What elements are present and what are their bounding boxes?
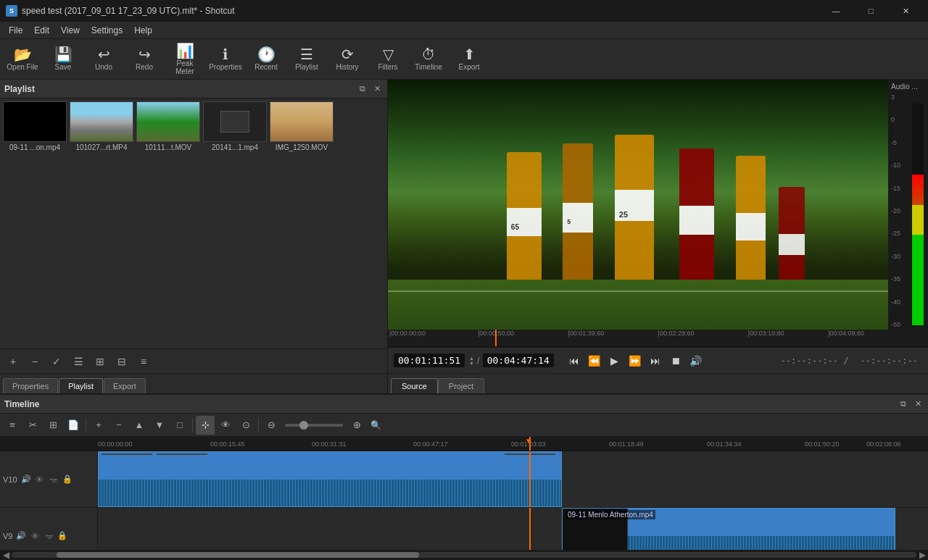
window-title: speed test (2017_09_01 17_23_09 UTC).mlt… bbox=[22, 6, 235, 16]
timeline-clip-v9[interactable]: 09-11 Menlo Atherton.mp4 bbox=[562, 508, 895, 550]
close-button[interactable]: ✕ bbox=[889, 0, 922, 22]
menubar: File Edit View Settings Help bbox=[0, 22, 928, 39]
playlist-remove-button[interactable]: − bbox=[25, 352, 45, 371]
export-label: Export bbox=[459, 63, 480, 71]
track-v10-eye-button[interactable]: 👁 bbox=[34, 474, 46, 485]
fast-forward-button[interactable]: ⏩ bbox=[626, 352, 644, 369]
playlist-details-button[interactable]: ⊟ bbox=[112, 352, 132, 371]
peak-meter-button[interactable]: 📊 Peak Meter bbox=[165, 41, 204, 78]
stop-button[interactable]: ⏹ bbox=[667, 352, 684, 369]
properties-button[interactable]: ℹ Properties bbox=[206, 41, 245, 78]
menu-file[interactable]: File bbox=[3, 24, 28, 37]
tab-source[interactable]: Source bbox=[391, 378, 438, 393]
playlist-button[interactable]: ☰ Playlist bbox=[287, 41, 326, 78]
tc-mark-7: 00:01:50:20 bbox=[805, 440, 840, 448]
scrollbar-thumb[interactable] bbox=[57, 552, 418, 558]
audio-scale-10: -10 bbox=[891, 162, 900, 169]
recent-button[interactable]: 🕐 Recent bbox=[246, 41, 286, 78]
playlist-item[interactable]: 101027...rt.MP4 bbox=[70, 101, 133, 151]
timecode-down-arrow[interactable]: ▼ bbox=[469, 361, 474, 366]
volume-button[interactable]: 🔊 bbox=[687, 352, 705, 369]
track-playhead-v9 bbox=[529, 508, 531, 550]
track-v10-mute-button[interactable]: 🔒 bbox=[62, 474, 73, 485]
tab-properties[interactable]: Properties bbox=[3, 378, 58, 393]
ruler-mark-2: |00:01:39;60 bbox=[568, 330, 604, 337]
playlist-item[interactable]: 20141...1.mp4 bbox=[203, 101, 267, 151]
clip-label-v9: 09-11 Menlo Atherton.mp4 bbox=[566, 510, 655, 519]
rewind-button[interactable]: ⏪ bbox=[586, 352, 603, 369]
timecode-up-arrow[interactable]: ▲ bbox=[469, 356, 474, 361]
go-to-start-button[interactable]: ⏮ bbox=[566, 352, 583, 369]
zoom-fit-icon[interactable]: 🔍 bbox=[370, 420, 381, 430]
zoom-thumb[interactable] bbox=[299, 421, 308, 430]
playlist-add-button[interactable]: + bbox=[3, 352, 23, 371]
save-icon: 💾 bbox=[54, 47, 72, 62]
filters-button[interactable]: ▽ Filters bbox=[368, 41, 407, 78]
zoom-slider[interactable] bbox=[285, 424, 343, 427]
go-to-end-button[interactable]: ⏭ bbox=[647, 352, 664, 369]
timecode-stepper[interactable]: ▲ ▼ bbox=[468, 356, 474, 366]
play-button[interactable]: ▶ bbox=[606, 352, 624, 369]
timeline-scrub-button[interactable]: 👁 bbox=[216, 416, 235, 435]
timeline-snap-button[interactable]: ⊹ bbox=[196, 416, 215, 435]
scrollbar-track[interactable] bbox=[12, 552, 916, 558]
timeline-zoom-in-button[interactable]: ⊕ bbox=[347, 416, 366, 435]
track-v10-lock-button[interactable]: ⭂ bbox=[48, 474, 59, 485]
tab-playlist[interactable]: Playlist bbox=[59, 378, 103, 393]
undo-button[interactable]: ↩ Undo bbox=[84, 41, 123, 78]
timeline-copy-button[interactable]: ⊞ bbox=[44, 416, 62, 435]
timeline-button[interactable]: ⏱ Timeline bbox=[409, 41, 448, 78]
timeline-scrollbar[interactable]: ◀ ▶ bbox=[0, 550, 928, 560]
timeline-add-track-button[interactable]: + bbox=[89, 416, 108, 435]
playlist-item[interactable]: 10111...t.MOV bbox=[136, 101, 200, 151]
timeline-lift-button[interactable]: ▲ bbox=[130, 416, 149, 435]
history-button[interactable]: ⟳ History bbox=[328, 41, 367, 78]
menu-view[interactable]: View bbox=[55, 24, 86, 37]
titlebar-controls[interactable]: — □ ✕ bbox=[819, 0, 922, 22]
playlist-menu-button[interactable]: ≡ bbox=[133, 352, 154, 371]
transport-controls: 00:01:11:51 ▲ ▼ / 00:04:47:14 ⏮ ⏪ ▶ ⏩ ⏭ … bbox=[388, 347, 928, 373]
tab-export[interactable]: Export bbox=[104, 378, 146, 393]
timeline-close-button[interactable]: ✕ bbox=[912, 398, 924, 410]
scroll-right-button[interactable]: ▶ bbox=[918, 551, 927, 559]
total-timecode: 00:04:47:14 bbox=[483, 354, 554, 367]
timeline-ripple-button[interactable]: □ bbox=[170, 416, 189, 435]
timeline-cut-button[interactable]: ✂ bbox=[23, 416, 42, 435]
playlist-list-button[interactable]: ☰ bbox=[68, 352, 88, 371]
track-v9-audio-button[interactable]: 🔊 bbox=[15, 530, 27, 542]
tl-sep-1 bbox=[86, 418, 86, 432]
timeline-paste-button[interactable]: 📄 bbox=[64, 416, 83, 435]
tab-project[interactable]: Project bbox=[438, 378, 484, 393]
timeline-clip-v10[interactable] bbox=[98, 451, 562, 507]
export-icon: ⬆ bbox=[463, 47, 476, 62]
playlist-grid-button[interactable]: ⊞ bbox=[90, 352, 110, 371]
playlist-item[interactable]: 09-11 ...on.mp4 bbox=[3, 101, 67, 151]
timeline-remove-track-button[interactable]: − bbox=[109, 416, 128, 435]
save-button[interactable]: 💾 Save bbox=[44, 41, 83, 78]
timeline-zoom-out-button[interactable]: ⊖ bbox=[262, 416, 281, 435]
export-button[interactable]: ⬆ Export bbox=[450, 41, 489, 78]
menu-settings[interactable]: Settings bbox=[86, 24, 128, 37]
timeline-menu-button[interactable]: ≡ bbox=[3, 416, 22, 435]
track-v10-audio-button[interactable]: 🔊 bbox=[20, 474, 32, 485]
menu-edit[interactable]: Edit bbox=[28, 24, 55, 37]
track-v9-mute-button[interactable]: 🔒 bbox=[57, 530, 68, 542]
playlist-panel-controls: ⧉ ✕ bbox=[357, 83, 383, 95]
scroll-left-button[interactable]: ◀ bbox=[1, 551, 10, 559]
track-v9-eye-button[interactable]: 👁 bbox=[29, 530, 41, 542]
timeline-ripple-all-button[interactable]: ⊙ bbox=[236, 416, 255, 435]
open-file-button[interactable]: 📂 Open File bbox=[3, 41, 42, 78]
playlist-check-button[interactable]: ✓ bbox=[46, 352, 67, 371]
playlist-float-button[interactable]: ⧉ bbox=[357, 83, 368, 95]
history-icon: ⟳ bbox=[341, 47, 354, 62]
playlist-close-button[interactable]: ✕ bbox=[371, 83, 383, 95]
track-playhead-v10 bbox=[529, 451, 531, 507]
timeline-overwrite-button[interactable]: ▼ bbox=[150, 416, 169, 435]
maximize-button[interactable]: □ bbox=[854, 0, 887, 22]
minimize-button[interactable]: — bbox=[819, 0, 853, 22]
menu-help[interactable]: Help bbox=[128, 24, 158, 37]
playlist-item[interactable]: IMG_1250.MOV bbox=[270, 101, 334, 151]
timeline-float-button[interactable]: ⧉ bbox=[898, 398, 909, 410]
redo-button[interactable]: ↪ Redo bbox=[125, 41, 164, 78]
track-v9-lock-button[interactable]: ⭂ bbox=[43, 530, 54, 542]
